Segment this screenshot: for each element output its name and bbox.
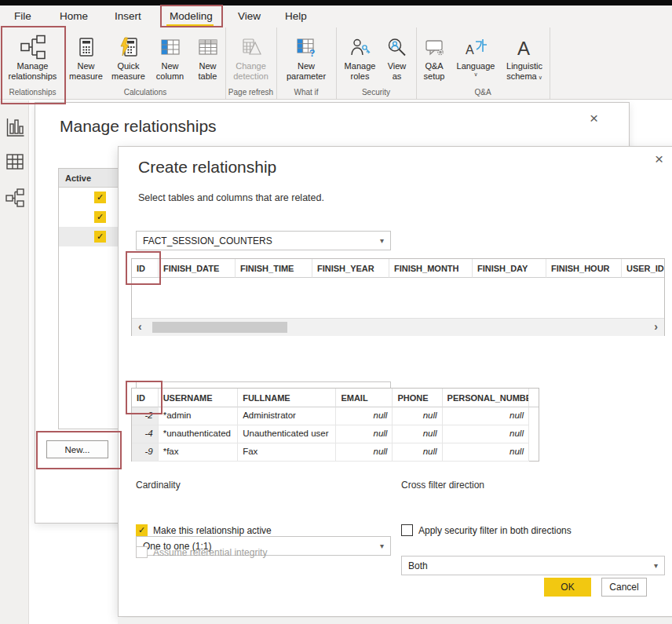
make-active-checkbox-row[interactable]: ✓ Make this relationship active [136,524,272,536]
ok-button[interactable]: OK [544,578,591,597]
qa-setup-button[interactable]: Q&A setup [417,33,451,81]
menu-view[interactable]: View [238,10,261,22]
menu-insert[interactable]: Insert [115,10,141,22]
security-filter-checkbox-row[interactable]: Apply security filter in both directions [401,524,572,536]
group-label-security: Security [336,88,416,97]
cancel-button[interactable]: Cancel [601,578,647,597]
ribbon-group-relationships: Manage relationships Relationships [0,27,66,99]
table-row[interactable]: -9 *fax Fax null null null [132,443,539,462]
lightning-calculator-icon [119,33,139,61]
language-button[interactable]: A Language ∨ [454,33,498,78]
active-checkbox[interactable]: ✓ [94,211,106,223]
quick-measure-button[interactable]: Quick measure [108,33,149,81]
menu-help[interactable]: Help [285,10,307,22]
table-row[interactable]: -4 *unauthenticated Unauthenticated user… [132,425,539,443]
menu-modeling[interactable]: Modeling [170,10,213,22]
cell-personal-number: null [443,407,529,425]
ribbon-group-security: Manage roles View as Security [336,27,417,99]
cell-personal-number: null [443,443,529,462]
fact-col-finish-month[interactable]: FINISH_MONTH [389,259,473,278]
table-row[interactable]: -2 *admin Administrator null null null [132,407,539,425]
change-detection-label: Change detection [228,61,275,81]
cell-personal-number: null [443,425,529,443]
ribbon: Manage relationships Relationships [0,27,672,100]
magnifier-person-icon [386,33,407,61]
cell-fullname: Unauthenticated user [238,425,336,443]
group-label-relationships: Relationships [0,88,65,97]
new-table-button[interactable]: New table [192,33,225,81]
menu-file[interactable]: File [14,10,31,22]
linguistic-schema-label: Linguistic schema∨ [500,61,549,82]
new-measure-button[interactable]: New measure [67,33,106,81]
manage-relationships-button[interactable]: Manage relationships [2,33,64,81]
make-active-checkbox[interactable]: ✓ [136,524,148,536]
fact-table-grid: ID FINISH_DATE FINISH_TIME FINISH_YEAR F… [131,258,665,336]
manage-relationships-label: Manage relationships [2,61,64,81]
ribbon-group-page-refresh: Change detection Page refresh [225,27,277,99]
group-label-what-if: What if [276,88,336,97]
new-column-label: New column [152,61,189,81]
fact-col-id[interactable]: ID [132,259,159,278]
linguistic-schema-button[interactable]: A Linguistic schema∨ [500,33,549,82]
scroll-left-icon[interactable]: ‹ [138,320,142,333]
make-active-label: Make this relationship active [153,525,272,536]
table-icon [198,33,218,61]
manage-roles-button[interactable]: Manage roles [341,33,380,81]
scroll-right-icon[interactable]: › [654,320,658,333]
dim-col-personal-number[interactable]: PERSONAL_NUMBER [443,389,529,407]
new-column-button[interactable]: New column [152,33,189,81]
dim-col-id[interactable]: ID [132,389,159,407]
cell-id: -4 [132,425,159,443]
fact-col-finish-hour[interactable]: FINISH_HOUR [546,259,622,278]
dropdown-caret-icon: ▾ [380,542,384,550]
cell-id: -2 [132,407,159,425]
model-view-icon[interactable] [4,187,25,208]
table-column-icon [160,33,181,61]
menu-home[interactable]: Home [60,10,88,22]
fact-col-finish-day[interactable]: FINISH_DAY [473,259,546,278]
person-key-icon [349,33,371,61]
change-detection-button: Change detection [228,33,275,81]
speech-bubble-gear-icon [424,33,445,61]
new-parameter-label: New parameter [282,61,331,81]
dim-col-phone[interactable]: PHONE [393,389,442,407]
linguistic-schema-icon: A [514,33,535,61]
new-parameter-button[interactable]: ? New parameter [282,33,331,81]
fact-col-finish-time[interactable]: FINISH_TIME [236,259,312,278]
cross-filter-select[interactable]: Both ▾ [401,556,665,575]
scrollbar-thumb[interactable] [152,322,287,333]
view-as-button[interactable]: View as [382,33,412,81]
security-filter-checkbox[interactable] [401,524,413,536]
dim-col-fullname[interactable]: FULLNAME [238,389,336,407]
table1-select[interactable]: FACT_SESSION_COUNTERS ▾ [136,231,391,250]
manage-relationships-icon [20,33,46,61]
cell-filler [529,443,539,462]
dim-grid-header: ID USERNAME FULLNAME EMAIL PHONE PERSONA… [132,389,539,407]
powerbi-window: File Home Insert Modeling View Help Mana… [0,0,672,624]
dim-col-email[interactable]: EMAIL [336,389,393,407]
close-icon[interactable]: × [590,111,598,126]
data-view-icon[interactable] [4,151,25,172]
report-view-icon[interactable] [4,116,25,137]
dropdown-caret-icon: ▾ [380,236,384,245]
cell-id: -9 [132,443,159,462]
new-relationship-button[interactable]: New... [46,440,108,458]
view-sidebar [0,100,29,624]
table1-select-value: FACT_SESSION_COUNTERS [143,235,272,246]
group-label-page-refresh: Page refresh [225,88,276,97]
active-checkbox[interactable]: ✓ [94,231,106,243]
ribbon-group-calculations: New measure [65,27,226,99]
fact-col-user-id[interactable]: USER_ID [622,259,664,278]
active-checkbox[interactable]: ✓ [94,192,106,203]
language-translate-icon: A [464,33,488,61]
manage-dialog-title: Manage relationships [60,117,217,136]
referential-integrity-checkbox [136,546,148,558]
horizontal-scrollbar[interactable]: ‹ › [132,318,664,336]
close-icon[interactable]: × [655,151,663,166]
chevron-down-icon: ∨ [457,71,495,78]
dim-col-username[interactable]: USERNAME [159,389,239,407]
fact-col-finish-date[interactable]: FINISH_DATE [159,259,236,278]
cell-fullname: Fax [238,443,336,462]
cell-filler [529,407,539,425]
fact-col-finish-year[interactable]: FINISH_YEAR [312,259,389,278]
